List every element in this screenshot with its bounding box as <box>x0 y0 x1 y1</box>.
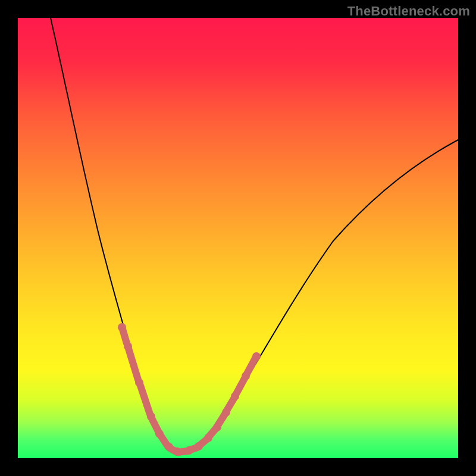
overlay-dot <box>173 447 181 456</box>
overlay-seg <box>129 349 138 380</box>
overlay-dot <box>195 442 203 450</box>
overlay-dot <box>118 323 126 331</box>
overlay-dot <box>185 446 193 455</box>
overlay-dot <box>165 443 173 451</box>
curves-svg <box>18 18 458 458</box>
overlay-dot <box>155 430 164 438</box>
overlay-dot <box>124 342 132 350</box>
chart-frame <box>18 18 458 458</box>
highlight-overlay <box>118 323 261 456</box>
right-curve <box>178 140 458 452</box>
overlay-seg <box>140 386 150 414</box>
overlay-dot <box>213 423 221 431</box>
overlay-dot <box>222 408 230 416</box>
overlay-dot <box>204 434 212 442</box>
overlay-seg <box>236 378 245 394</box>
overlay-dot <box>231 392 239 400</box>
overlay-dot <box>147 412 155 421</box>
overlay-dot <box>242 372 250 380</box>
watermark-label: TheBottleneck.com <box>347 4 470 19</box>
left-curve <box>51 18 178 452</box>
overlay-dot <box>135 378 143 387</box>
overlay-seg <box>247 358 255 374</box>
overlay-dot <box>252 352 261 361</box>
